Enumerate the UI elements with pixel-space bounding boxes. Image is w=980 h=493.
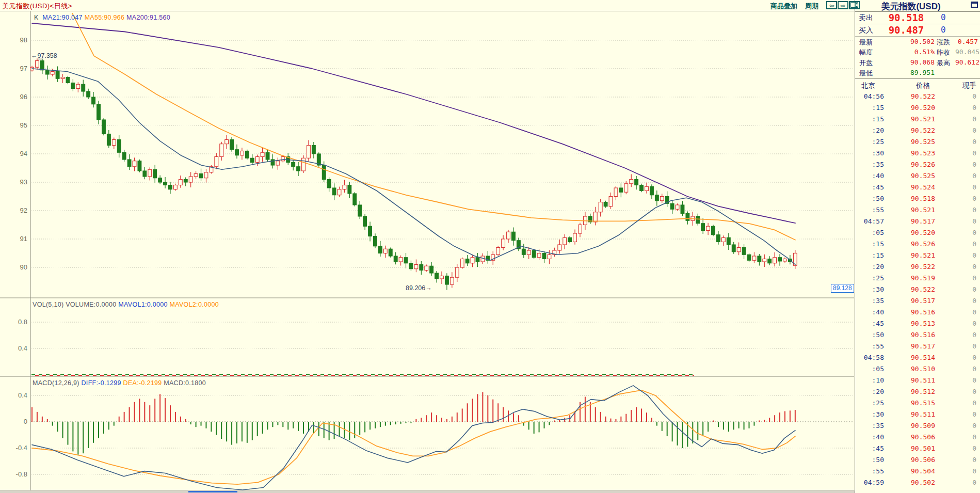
tick-price: 90.515 (886, 399, 935, 407)
tick-row[interactable]: :4590.5240 (855, 182, 980, 193)
tick-price: 90.522 (886, 126, 935, 134)
tick-row[interactable]: :0590.5200 (855, 227, 980, 238)
macd-axis-label: -0.8 (16, 470, 27, 478)
tick-price: 90.516 (886, 331, 935, 339)
tick-price: 90.525 (886, 172, 935, 180)
tick-volume: 0 (972, 149, 976, 157)
stat-最新: 最新90.502 (859, 38, 935, 48)
split-view-icon[interactable] (849, 1, 860, 9)
tick-row[interactable]: 04:5890.5140 (855, 352, 980, 363)
stat-label: 昨收 (937, 49, 950, 56)
tick-row[interactable]: :5590.5040 (855, 466, 980, 477)
tick-row[interactable]: :1590.5200 (855, 102, 980, 114)
stat-value: 90.068 (878, 58, 935, 66)
stat-label: 开盘 (859, 59, 873, 67)
horizontal-scrollbar[interactable] (0, 490, 855, 493)
tick-price: 90.521 (886, 206, 935, 214)
list-header-1: 价格 (916, 81, 930, 90)
tick-volume: 0 (972, 274, 976, 282)
stat-value: 90.045 (955, 48, 978, 56)
main-axis-label: 93 (20, 178, 27, 186)
tick-row[interactable]: :0590.5100 (855, 363, 980, 375)
list-header-0: 北京 (861, 81, 875, 90)
macd-axis-label: -0.4 (16, 444, 27, 452)
restore-window-icon[interactable] (971, 2, 978, 8)
tick-row[interactable]: :4090.5160 (855, 307, 980, 318)
tick-row[interactable]: :1590.5210 (855, 250, 980, 261)
tick-row[interactable]: :3590.5170 (855, 295, 980, 307)
tick-volume: 0 (972, 126, 976, 134)
tick-price: 90.526 (886, 240, 935, 248)
tick-row[interactable]: :4590.5130 (855, 318, 980, 329)
tick-row[interactable]: 04:5990.5020 (855, 477, 980, 488)
tick-row[interactable]: 04:5790.5170 (855, 216, 980, 227)
tick-row[interactable]: :5090.5160 (855, 329, 980, 341)
legend-mavol1: MAVOL1:0.0000 (118, 301, 167, 308)
tick-volume: 0 (972, 297, 976, 305)
tick-price: 90.511 (886, 410, 935, 418)
tick-price: 90.520 (886, 229, 935, 236)
tick-row[interactable]: :5590.5210 (855, 204, 980, 216)
tick-row[interactable]: :2590.5250 (855, 136, 980, 148)
tick-volume: 0 (972, 388, 976, 395)
arrow-left-icon[interactable]: ⇦ (826, 1, 837, 9)
stat-最低: 最低89.951 (859, 69, 935, 79)
tick-price: 90.522 (886, 285, 935, 293)
tick-row[interactable]: :5090.5180 (855, 193, 980, 204)
tick-row[interactable]: :2590.5150 (855, 397, 980, 409)
sell-row[interactable]: 卖出 90.518 0 (855, 12, 980, 24)
chart-area[interactable]: 美元指数(USD)<日线> 商品叠加 周期 ⇦ ⇨ 90919293949596… (0, 0, 855, 493)
overlay-link[interactable]: 商品叠加 (770, 2, 797, 11)
tick-price: 90.522 (886, 92, 935, 100)
tick-volume: 0 (972, 422, 976, 430)
legend-macd-value: MACD:0.1800 (164, 379, 206, 387)
buy-row[interactable]: 买入 90.487 0 (855, 24, 980, 37)
tick-volume: 0 (972, 161, 976, 168)
stat-label: 涨跌 (937, 38, 950, 46)
tick-time: :45 (855, 183, 884, 191)
tick-time: :20 (855, 263, 884, 271)
tick-row[interactable]: :4590.5010 (855, 443, 980, 454)
buy-label: 买入 (859, 26, 873, 35)
tick-price: 90.502 (886, 479, 935, 486)
tick-volume: 0 (972, 263, 976, 271)
tick-row[interactable]: :4090.5060 (855, 432, 980, 443)
tick-price: 90.523 (886, 149, 935, 157)
tick-row[interactable]: :3090.5230 (855, 148, 980, 159)
tick-row[interactable]: :2090.5220 (855, 125, 980, 136)
tick-row[interactable]: :2090.5220 (855, 261, 980, 273)
tick-list[interactable]: 04:5690.5220:1590.5200:1590.5210:2090.52… (855, 91, 980, 488)
tick-row[interactable]: :4090.5250 (855, 170, 980, 182)
tick-row[interactable]: :3590.5260 (855, 159, 980, 170)
tick-row[interactable]: :3590.5090 (855, 420, 980, 432)
tick-row[interactable]: :5590.5170 (855, 341, 980, 352)
tick-row[interactable]: :3090.5110 (855, 409, 980, 420)
tick-row[interactable]: :5090.5060 (855, 454, 980, 466)
tick-row[interactable]: :3090.5220 (855, 284, 980, 295)
candlestick-chart-canvas[interactable]: 9091929394959697980.40.80.40-0.4-0.8 (0, 0, 855, 493)
tick-price: 90.521 (886, 251, 935, 259)
tick-volume: 0 (972, 251, 976, 259)
tick-list-header: 北京价格现手 (855, 79, 980, 91)
tick-row[interactable]: :1590.5260 (855, 238, 980, 250)
tick-row[interactable]: :2590.5190 (855, 273, 980, 284)
tick-row[interactable]: :1090.5110 (855, 375, 980, 386)
tick-row[interactable]: 04:5690.5220 (855, 91, 980, 102)
tick-row[interactable]: :1590.5210 (855, 114, 980, 125)
tick-price: 90.506 (886, 456, 935, 464)
tick-row[interactable]: :2090.5120 (855, 386, 980, 397)
period-link[interactable]: 周期 (805, 2, 818, 11)
scrollbar-thumb[interactable] (188, 491, 237, 492)
main-axis-label: 90 (20, 263, 27, 271)
tick-time: :25 (855, 399, 884, 407)
tick-volume: 0 (972, 342, 976, 350)
tick-price: 90.517 (886, 342, 935, 350)
arrow-right-icon[interactable]: ⇨ (838, 1, 848, 9)
tick-time: :40 (855, 172, 884, 180)
legend-volume: VOLUME:0.0000 (66, 301, 116, 308)
tick-volume: 0 (972, 433, 976, 441)
stat-昨收: 昨收90.045 (937, 48, 978, 58)
tick-time: :20 (855, 126, 884, 134)
tick-volume: 0 (972, 320, 976, 327)
tick-time: :50 (855, 331, 884, 339)
